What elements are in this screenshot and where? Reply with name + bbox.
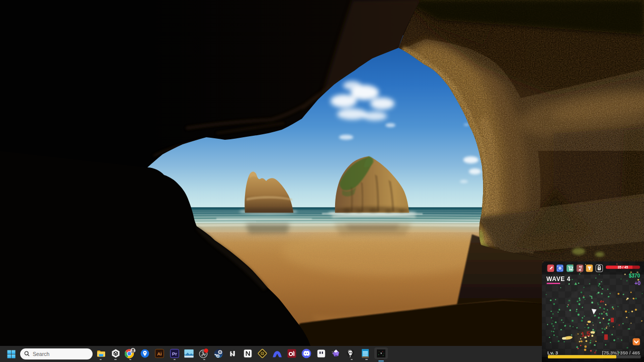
svg-text:Lv. 3: Lv. 3 [547,350,558,355]
svg-text:35 / 45: 35 / 45 [618,265,628,269]
svg-text:$370: $370 [629,273,640,279]
svg-text:[75.3%] 350 / 465: [75.3%] 350 / 465 [602,350,640,355]
svg-text:Pr: Pr [172,351,177,356]
svg-text:+0: +0 [634,280,640,286]
svg-text:WAVE 4: WAVE 4 [546,276,571,283]
svg-text:Ai: Ai [157,351,162,356]
